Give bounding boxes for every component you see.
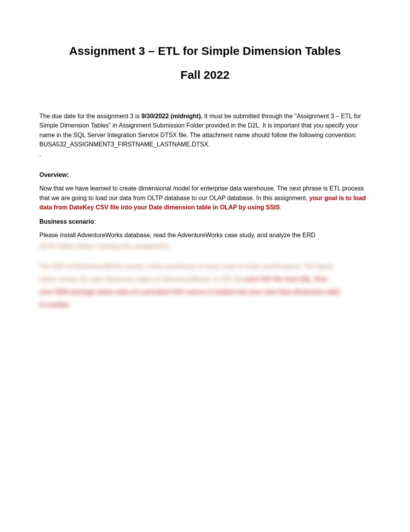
blurred-block-2: The CEO of AdventureWorks wants a data w… <box>39 262 371 309</box>
blurred-line-2b: below shows the date dimension table of … <box>39 276 243 282</box>
blurred-line-1: OLTP tables before starting this assignm… <box>39 242 371 252</box>
intro-paragraph: The due date for the assignment 3 is 9/3… <box>39 112 371 149</box>
business-scenario-text: Business scenario <box>39 218 94 225</box>
page-title-line-1: Assignment 3 – ETL for Simple Dimension … <box>39 44 371 58</box>
business-scenario-paragraph: Please install AdventureWorks database, … <box>39 231 371 240</box>
blurred-content-area: OLTP tables before starting this assignm… <box>39 242 371 310</box>
blurred-line-3: your SSIS package where data of a provid… <box>39 287 371 297</box>
stray-period: . <box>39 151 371 158</box>
overview-suffix: . <box>280 204 281 211</box>
blurred-line-2-row: below shows the date dimension table of … <box>39 275 371 284</box>
document-page: Assignment 3 – ETL for Simple Dimension … <box>0 0 410 309</box>
blurred-line-2a: The CEO of AdventureWorks wants a data w… <box>39 262 371 272</box>
blurred-line-2c: puts CSV file from D2L. Run <box>244 276 327 282</box>
business-scenario-colon: : <box>94 218 95 225</box>
business-scenario-heading: Business scenario: <box>39 218 371 225</box>
blurred-line-4: in number. <box>39 300 371 310</box>
intro-prefix: The due date for the assignment 3 is <box>39 113 141 119</box>
overview-paragraph: Now that we have learned to create dimen… <box>39 184 371 212</box>
page-title-line-2: Fall 2022 <box>39 68 371 82</box>
due-date: 9/30/2022 (midnight). <box>141 113 202 119</box>
overview-heading: Overview: <box>39 172 371 178</box>
